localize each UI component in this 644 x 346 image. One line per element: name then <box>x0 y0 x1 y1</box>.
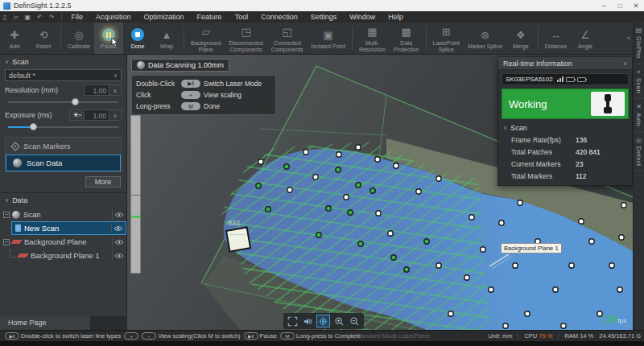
cross-icon: ✕ <box>636 103 642 111</box>
toolbar-button-isolated-point[interactable]: ▣ Isolated Point <box>308 23 349 54</box>
sound-icon[interactable] <box>301 315 315 327</box>
resolution-slider[interactable] <box>8 98 118 106</box>
scan-file-icon <box>15 224 21 232</box>
collapse-icon[interactable]: − <box>3 239 10 245</box>
resolution-dropdown-button[interactable]: ∨ <box>109 84 122 96</box>
track-view-icon[interactable] <box>316 315 330 327</box>
distance-icon: ↔ <box>551 27 561 43</box>
exposure-value-input[interactable]: 1.00 <box>84 109 109 121</box>
scan-progress-slider[interactable] <box>130 115 141 274</box>
app-window: DefinSight 1.2.2.5 – □ ✕ ▯ ▱ ▣ ↶ ↷ File … <box>0 0 644 346</box>
scan-markers-button[interactable]: Scan Markers <box>6 138 121 154</box>
scan-data-icon <box>137 61 145 69</box>
resolution-slider-thumb[interactable] <box>72 98 79 105</box>
preset-select[interactable]: default * ∨ <box>5 69 122 81</box>
scan-marker <box>375 157 380 162</box>
save-icon[interactable]: ▣ <box>22 14 35 21</box>
toolbar-button-distance[interactable]: ↔ Distance <box>541 23 571 54</box>
minimize-button[interactable]: – <box>596 0 612 11</box>
menu-file[interactable]: File <box>65 11 90 23</box>
camera-icon: ▤ <box>636 27 642 35</box>
home-page-tab[interactable]: Home Page <box>0 316 90 330</box>
toolbar-button-pause[interactable]: Pause <box>94 23 123 54</box>
resolution-value-input[interactable]: 1.00 <box>84 84 109 96</box>
auto-exposure-cursor-icon: ➤ <box>78 110 82 121</box>
tab-detect[interactable]: ◎ Detect <box>634 133 644 172</box>
scan-stats-header[interactable]: ∨ Scan <box>503 124 629 132</box>
toolbar-button-calibrate[interactable]: ◎ Calibrate <box>64 23 94 54</box>
toolbar-button-background-plane[interactable]: ▱ Background Plane <box>187 23 225 54</box>
visibility-toggle[interactable] <box>111 223 124 233</box>
menu-tool[interactable]: Tool <box>229 11 255 23</box>
toolbar-button-connected-components[interactable]: ◱ Connected Components <box>267 23 308 54</box>
scan-data-button[interactable]: Scan Data <box>6 154 121 171</box>
scan-marker <box>287 187 292 192</box>
toolbar-button-data-protection[interactable]: ▩ Data Protection <box>390 23 423 54</box>
menu-connection[interactable]: Connection <box>254 11 304 23</box>
connected-components-icon: ◱ <box>283 24 292 39</box>
redo-icon[interactable]: ↷ <box>46 14 58 21</box>
menu-help[interactable]: Help <box>382 11 410 23</box>
tab-auto[interactable]: ✕ Auto <box>634 99 644 132</box>
tree-item-background-plane-1[interactable]: Background Plane 1 <box>0 249 126 262</box>
view-nav-toolbar <box>283 313 364 329</box>
data-tree: − Scan New Scan − Background Plane <box>0 208 126 262</box>
menu-optimization[interactable]: Optimization <box>138 11 191 23</box>
exposure-dropdown-button[interactable]: ∨ <box>109 109 122 121</box>
toolbar-button-merge[interactable]: ❖ Merge <box>506 23 535 54</box>
open-folder-icon[interactable]: ▱ <box>10 14 21 21</box>
exposure-slider[interactable] <box>8 123 118 131</box>
toolbar-button-done[interactable]: Done <box>123 23 152 54</box>
scanner-silhouette-icon <box>603 94 613 113</box>
viewport-3d[interactable]: 832 Data Scanning 1.00mm Double-Click ▶‖… <box>127 55 633 330</box>
toolbar-button-multi-resolution[interactable]: ▦ Multi- Resolution <box>355 23 390 54</box>
exposure-slider-thumb[interactable] <box>30 123 37 130</box>
toolbar-button-reset[interactable]: ⟲ Reset <box>29 23 58 54</box>
collapse-icon[interactable]: − <box>3 212 10 218</box>
toolbar-button-laserpoint-splice[interactable]: ⊞ LaserPoint Splice <box>429 23 464 54</box>
status-bar: ▶‖ Double-click to switch laser line typ… <box>0 330 644 341</box>
status-hint: View scaling(Click M to switch) <box>158 332 240 340</box>
scan-marker <box>518 200 522 205</box>
reset-icon: ⟲ <box>39 27 48 43</box>
ram-status: RAM 14 % <box>564 332 593 340</box>
maximize-button[interactable]: □ <box>612 0 628 11</box>
fit-view-icon[interactable] <box>286 315 299 327</box>
undo-icon[interactable]: ↶ <box>34 14 46 21</box>
toolbar-overflow-button[interactable]: » <box>627 35 633 42</box>
visibility-toggle[interactable] <box>112 209 125 220</box>
visibility-toggle[interactable] <box>112 237 125 247</box>
tree-item-scan-group[interactable]: − Scan <box>0 208 126 221</box>
done-square-marker <box>226 227 250 251</box>
toolbar-button-marker-splice[interactable]: ⊚ Marker Splice <box>464 23 506 54</box>
menu-feature[interactable]: Feature <box>191 11 229 23</box>
background-plane-tooltip: Background Plane 1 <box>501 243 562 253</box>
toolbar-button-angle[interactable]: ∠ Angle <box>571 23 600 54</box>
auto-exposure-button[interactable]: ☀➤ <box>69 109 82 121</box>
scan-marker <box>503 323 508 328</box>
zoom-out-icon[interactable] <box>348 315 361 327</box>
chevron-down-icon: ∨ <box>5 59 9 65</box>
tree-item-background-plane-group[interactable]: − Background Plane <box>0 235 126 249</box>
realtime-info-header[interactable]: Real-time Information ∨ <box>497 56 633 70</box>
tab-scan[interactable]: ⌖ Scan <box>634 64 644 99</box>
menu-settings[interactable]: Settings <box>304 11 344 23</box>
m-key-icon: M <box>181 102 200 110</box>
memory-status: 24.45/163.71 G <box>599 332 641 340</box>
new-file-icon[interactable]: ▯ <box>0 14 10 21</box>
data-section-header[interactable]: ∨ Data <box>0 193 126 206</box>
toolbar-button-add[interactable]: ✚ Add <box>0 23 29 54</box>
close-button[interactable]: ✕ <box>628 0 644 11</box>
menu-acquisition[interactable]: Acquisition <box>89 11 138 23</box>
menu-window[interactable]: Window <box>343 11 382 23</box>
scan-marker <box>326 206 331 211</box>
tab-glopho[interactable]: ▤ GloPho <box>634 23 644 64</box>
more-button[interactable]: More <box>85 176 121 187</box>
toolbar-button-wrap[interactable]: ▲ Wrap <box>152 23 181 54</box>
scan-section-header[interactable]: ∨ Scan <box>0 55 126 68</box>
tree-item-new-scan[interactable]: New Scan <box>11 221 126 235</box>
stat-frame-rate: Frame Rate(fps) 136 <box>502 134 629 146</box>
zoom-in-icon[interactable] <box>332 315 346 327</box>
toolbar-button-disconnected-components[interactable]: ◳ Disconnected Components <box>225 23 266 54</box>
visibility-toggle[interactable] <box>112 250 125 261</box>
